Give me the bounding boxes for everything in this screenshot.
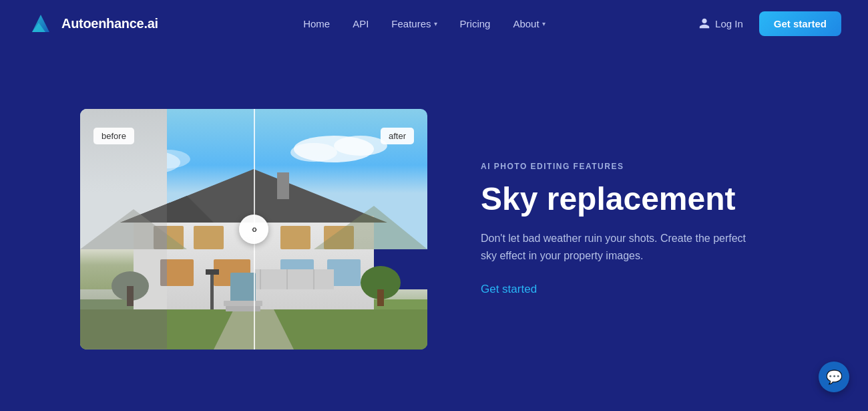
navbar: Autoenhance.ai Home API Features ▾ Prici… (0, 0, 868, 47)
comparison-slider-handle[interactable]: ‹› (239, 215, 268, 244)
svg-rect-27 (224, 301, 262, 306)
chat-icon: 💬 (826, 369, 843, 385)
hero-title: Sky replacement (481, 182, 828, 217)
nav-home[interactable]: Home (294, 13, 339, 35)
hero-cta-link[interactable]: Get started (481, 283, 537, 295)
svg-point-3 (290, 143, 337, 162)
nav-right: Log In Get started (690, 11, 841, 36)
chat-button[interactable]: 💬 (819, 362, 849, 392)
logo-text: Autoenhance.ai (61, 16, 158, 31)
svg-rect-34 (206, 269, 219, 275)
nav-pricing[interactable]: Pricing (451, 13, 500, 35)
features-chevron-icon: ▾ (434, 20, 437, 27)
about-chevron-icon: ▾ (542, 20, 546, 27)
hero-content: AI PHOTO EDITING FEATURES Sky replacemen… (481, 162, 828, 297)
svg-rect-22 (254, 269, 334, 289)
svg-rect-32 (377, 289, 384, 306)
login-button[interactable]: Log In (690, 12, 751, 35)
nav-features[interactable]: Features ▾ (382, 13, 446, 35)
before-label: before (93, 128, 134, 144)
image-comparison[interactable]: before after ‹› (80, 109, 427, 350)
after-label: after (381, 128, 414, 144)
slider-arrows-icon: ‹› (252, 223, 256, 235)
logo[interactable]: Autoenhance.ai (27, 9, 158, 37)
svg-rect-26 (230, 273, 256, 303)
svg-rect-61 (127, 286, 134, 306)
nav-about[interactable]: About ▾ (503, 13, 554, 35)
svg-rect-16 (280, 226, 310, 249)
svg-rect-15 (194, 226, 224, 249)
nav-get-started-button[interactable]: Get started (759, 11, 841, 36)
svg-point-2 (334, 136, 387, 156)
nav-links: Home API Features ▾ Pricing About ▾ (294, 13, 554, 35)
hero-section: before after ‹› AI PHOTO EDITING FEATURE… (0, 47, 868, 411)
feature-label: AI PHOTO EDITING FEATURES (481, 162, 828, 171)
person-icon (698, 17, 710, 29)
svg-rect-28 (226, 306, 260, 311)
svg-rect-33 (210, 269, 214, 309)
nav-api[interactable]: API (343, 13, 378, 35)
svg-rect-13 (277, 172, 289, 199)
hero-description: Don't let bad weather ruin your shots. C… (481, 230, 761, 264)
logo-icon (27, 9, 55, 37)
